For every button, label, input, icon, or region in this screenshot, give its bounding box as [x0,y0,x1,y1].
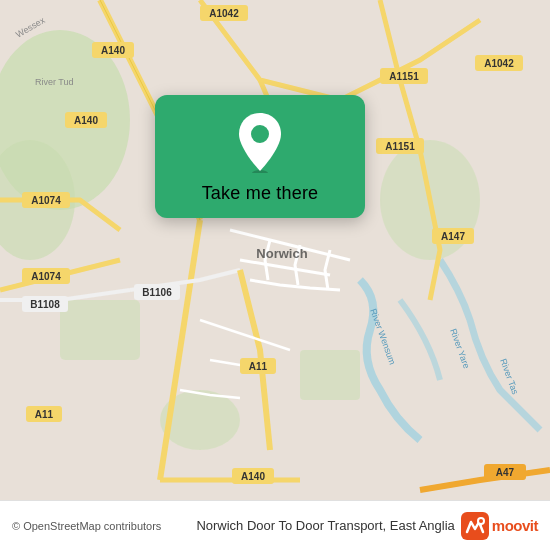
region: East Anglia [390,518,455,533]
svg-text:A1151: A1151 [385,141,415,152]
svg-text:B1108: B1108 [30,299,60,310]
footer: © OpenStreetMap contributors Norwich Doo… [0,500,550,550]
moovit-brand-icon [461,512,489,540]
svg-text:A11: A11 [35,409,54,420]
svg-point-46 [251,125,269,143]
svg-text:B1106: B1106 [142,287,172,298]
svg-text:A47: A47 [496,467,515,478]
footer-right: Norwich Door To Door Transport, East Ang… [196,512,538,540]
svg-text:A1042: A1042 [209,8,239,19]
svg-text:Norwich: Norwich [256,246,307,261]
cta-card[interactable]: Take me there [155,95,365,218]
footer-service-text: Norwich Door To Door Transport, East Ang… [196,518,454,533]
svg-point-49 [479,519,483,523]
svg-text:A147: A147 [441,231,465,242]
cta-button-label: Take me there [202,183,319,204]
map-container: A140 A1042 A1151 A1042 A1402 A1151 A1074… [0,0,550,500]
footer-left: © OpenStreetMap contributors [12,520,161,532]
svg-text:A11: A11 [249,361,268,372]
svg-rect-5 [300,350,360,400]
service-name: Norwich Door To Door Transport, [196,518,386,533]
svg-text:A140: A140 [241,471,265,482]
svg-rect-47 [461,512,489,540]
svg-text:A1074: A1074 [31,195,61,206]
svg-rect-3 [60,300,140,360]
svg-text:A140: A140 [101,45,125,56]
svg-text:A1042: A1042 [484,58,514,69]
map-svg: A140 A1042 A1151 A1042 A1402 A1151 A1074… [0,0,550,500]
svg-text:A1151: A1151 [389,71,419,82]
moovit-logo: moovit [461,512,538,540]
moovit-wordmark: moovit [492,517,538,534]
svg-text:A1074: A1074 [31,271,61,282]
osm-credit: © OpenStreetMap contributors [12,520,161,532]
location-pin-icon [235,113,285,173]
svg-text:A140: A140 [74,115,98,126]
svg-text:River Tud: River Tud [35,77,74,87]
